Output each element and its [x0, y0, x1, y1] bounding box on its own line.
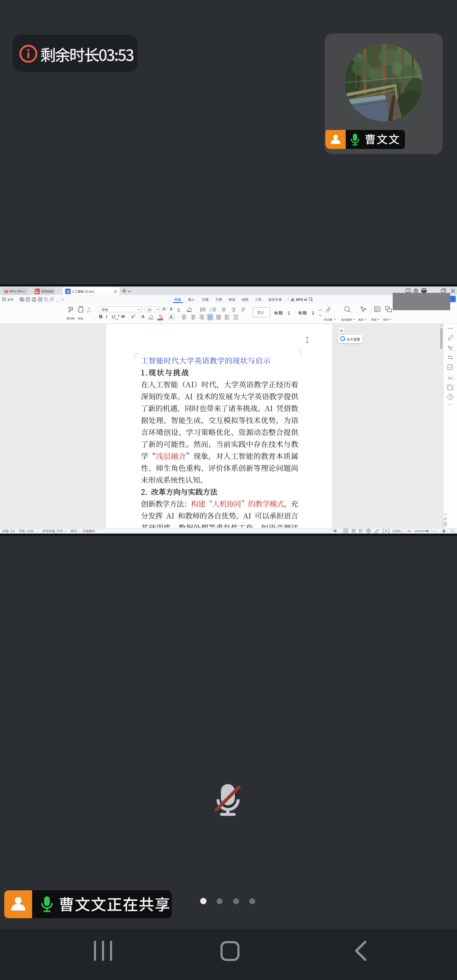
svg-text:+: +: [166, 307, 168, 309]
svg-text:2: 2: [134, 314, 135, 317]
svg-text:A: A: [177, 307, 180, 311]
svg-text:A: A: [141, 314, 145, 319]
svg-text:-: -: [173, 307, 174, 309]
svg-text:B: B: [99, 314, 102, 319]
svg-text:A: A: [170, 307, 173, 311]
svg-text:U: U: [112, 314, 115, 319]
svg-text:I: I: [106, 314, 107, 319]
svg-text:A: A: [170, 315, 173, 319]
svg-text:2: 2: [209, 310, 211, 312]
svg-text:A: A: [121, 314, 125, 319]
svg-text:A: A: [162, 307, 165, 311]
